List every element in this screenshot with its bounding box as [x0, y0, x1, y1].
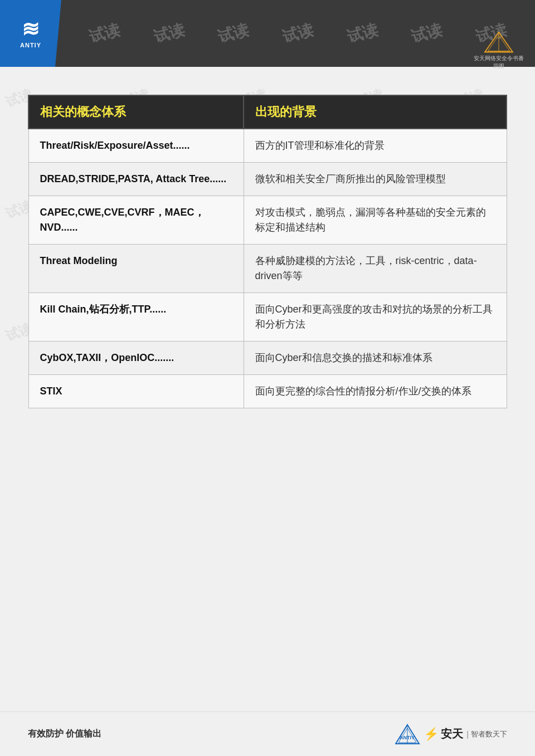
cell-col2-3: 各种威胁建模的方法论，工具，risk-centric，data-driven等等: [244, 245, 507, 293]
cell-col2-4: 面向Cyber和更高强度的攻击和对抗的场景的分析工具和分析方法: [244, 293, 507, 342]
cell-col1-3: Threat Modeling: [28, 245, 244, 293]
cell-col1-1: DREAD,STRIDE,PASTA, Attack Tree......: [28, 163, 244, 196]
cell-col2-5: 面向Cyber和信息交换的描述和标准体系: [244, 342, 507, 375]
table-row: CAPEC,CWE,CVE,CVRF，MAEC，NVD......对攻击模式，脆…: [28, 196, 507, 245]
watermark-1: 试读: [87, 19, 123, 47]
col1-header: 相关的概念体系: [28, 95, 244, 129]
footer: 有效防护 价值输出 ANTIY ⚡ 安天 | 智者数天下: [0, 711, 535, 756]
table-row: STIX面向更完整的综合性的情报分析/作业/交换的体系: [28, 375, 507, 408]
watermark-4: 试读: [280, 19, 316, 47]
footer-text-block: ⚡ 安天 | 智者数天下: [424, 726, 507, 742]
watermark-2: 试读: [152, 19, 187, 47]
cell-col1-0: Threat/Risk/Exposure/Asset......: [28, 129, 244, 163]
header: ≋ ANTIY 试读 试读 试读 试读 试读 试读 试读 安天网络安全令书番四图: [0, 0, 535, 67]
watermark-6: 试读: [409, 19, 445, 47]
logo-text: ANTIY: [20, 42, 41, 48]
table-row: CybOX,TAXII，OpenIOC.......面向Cyber和信息交换的描…: [28, 342, 507, 375]
table-row: Kill Chain,钻石分析,TTP......面向Cyber和更高强度的攻击…: [28, 293, 507, 342]
table-header-row: 相关的概念体系 出现的背景: [28, 95, 507, 129]
footer-logo-name: 安天: [441, 726, 463, 742]
cell-col2-1: 微软和相关安全厂商所推出的风险管理模型: [244, 163, 507, 196]
cell-col1-4: Kill Chain,钻石分析,TTP......: [28, 293, 244, 342]
table-row: Threat/Risk/Exposure/Asset......西方的IT管理和…: [28, 129, 507, 163]
logo-block: ≋ ANTIY: [0, 0, 61, 67]
watermark-3: 试读: [216, 19, 251, 47]
cell-col1-2: CAPEC,CWE,CVE,CVRF，MAEC，NVD......: [28, 196, 244, 245]
col2-header: 出现的背景: [244, 95, 507, 129]
footer-logo-icon: ANTIY: [395, 724, 420, 745]
cell-col1-6: STIX: [28, 375, 244, 408]
cell-col2-0: 西方的IT管理和标准化的背景: [244, 129, 507, 163]
cell-col1-5: CybOX,TAXII，OpenIOC.......: [28, 342, 244, 375]
brand-logo: 安天网络安全令书番四图: [474, 31, 524, 70]
table-row: DREAD,STRIDE,PASTA, Attack Tree......微软和…: [28, 163, 507, 196]
footer-tagline: 有效防护 价值输出: [28, 728, 101, 740]
header-brand: 安天网络安全令书番四图: [474, 31, 524, 70]
watermark-5: 试读: [345, 19, 381, 47]
table-row: Threat Modeling各种威胁建模的方法论，工具，risk-centri…: [28, 245, 507, 293]
cell-col2-6: 面向更完整的综合性的情报分析/作业/交换的体系: [244, 375, 507, 408]
footer-divider: |: [466, 730, 469, 739]
header-watermarks: 试读 试读 试读 试读 试读 试读 试读 安天网络安全令书番四图: [61, 23, 535, 44]
footer-logo-main: ⚡ 安天 | 智者数天下: [424, 726, 507, 742]
footer-logo-sub: 智者数天下: [471, 729, 507, 739]
footer-logo: ANTIY ⚡ 安天 | 智者数天下: [395, 724, 507, 745]
main-content: 试读 试读 试读 试读 试读 试读 试读 试读 试读 试读 试读 试读 试读 试…: [0, 67, 535, 425]
svg-text:ANTIY: ANTIY: [400, 735, 415, 740]
footer-icon-bolt: ⚡: [424, 727, 439, 742]
logo-icon: ≋: [22, 18, 40, 40]
cell-col2-2: 对攻击模式，脆弱点，漏洞等各种基础的安全元素的标定和描述结构: [244, 196, 507, 245]
concept-table: 相关的概念体系 出现的背景 Threat/Risk/Exposure/Asset…: [28, 95, 507, 408]
